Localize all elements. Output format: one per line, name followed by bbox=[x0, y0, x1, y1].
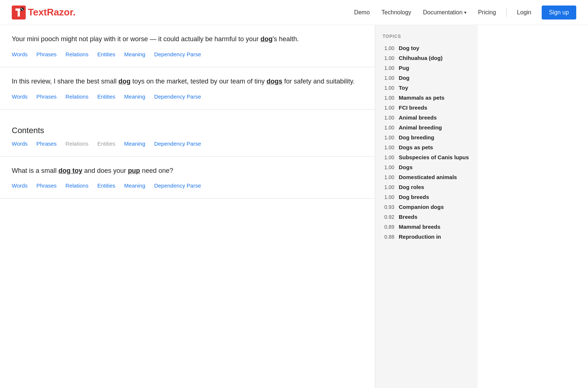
topic-row: 0.93Companion dogs bbox=[383, 204, 470, 210]
topic-name: Companion dogs bbox=[399, 204, 444, 210]
tab-3-relations[interactable]: Relations bbox=[65, 140, 89, 147]
topic-name: Pug bbox=[399, 65, 409, 71]
nav-pricing[interactable]: Pricing bbox=[474, 6, 501, 19]
tab-4-dependency[interactable]: Dependency Parse bbox=[154, 182, 201, 189]
nav-divider bbox=[506, 8, 507, 17]
topic-row: 1.00Dogs bbox=[383, 164, 470, 170]
topic-row: 1.00FCI breeds bbox=[383, 104, 470, 111]
nav-technology[interactable]: Technology bbox=[377, 6, 416, 19]
topic-name: Chihuahua (dog) bbox=[399, 55, 442, 61]
topic-score: 1.00 bbox=[383, 125, 394, 131]
tab-2-words[interactable]: Words bbox=[12, 93, 28, 100]
topic-row: 1.00Chihuahua (dog) bbox=[383, 55, 470, 61]
sentence-block-2: In this review, I share the best small d… bbox=[0, 67, 375, 110]
topic-score: 0.89 bbox=[383, 224, 394, 230]
logo-text: TextRazor. bbox=[28, 7, 76, 18]
tab-4-phrases[interactable]: Phrases bbox=[36, 182, 57, 189]
tab-1-meaning[interactable]: Meaning bbox=[124, 50, 146, 58]
topic-row: 1.00Dog bbox=[383, 75, 470, 81]
topic-name: Animal breeds bbox=[399, 114, 437, 121]
tab-4-meaning[interactable]: Meaning bbox=[124, 182, 146, 189]
topic-name: Dog breeding bbox=[399, 134, 434, 140]
topic-score: 1.00 bbox=[383, 65, 394, 71]
topic-score: 1.00 bbox=[383, 85, 394, 91]
tab-3-meaning[interactable]: Meaning bbox=[124, 140, 146, 147]
topic-name: Dog roles bbox=[399, 184, 424, 190]
tab-3-entities[interactable]: Entities bbox=[97, 140, 115, 147]
sidebar-title: TOPICS bbox=[383, 34, 470, 39]
tab-4-words[interactable]: Words bbox=[12, 182, 28, 189]
topic-row: 1.00Dog toy bbox=[383, 45, 470, 51]
contents-heading: Contents bbox=[12, 118, 363, 140]
sentence-1-prefix: Your mini pooch might not play with it o… bbox=[12, 35, 261, 43]
nav-signup[interactable]: Sign up bbox=[542, 6, 576, 19]
tab-1-phrases[interactable]: Phrases bbox=[36, 50, 57, 58]
tab-bar-3: Words Phrases Relations Entities Meaning… bbox=[12, 140, 363, 150]
topic-name: Subspecies of Canis lupus bbox=[399, 154, 469, 160]
tab-2-dependency[interactable]: Dependency Parse bbox=[154, 93, 201, 100]
topics-list: 1.00Dog toy1.00Chihuahua (dog)1.00Pug1.0… bbox=[383, 45, 470, 240]
header: TextRazor. Demo Technology Documentation… bbox=[0, 0, 588, 25]
topic-row: 1.00Dog breeds bbox=[383, 194, 470, 200]
topic-score: 1.00 bbox=[383, 135, 394, 140]
tab-2-relations[interactable]: Relations bbox=[65, 93, 89, 100]
nav-demo[interactable]: Demo bbox=[349, 6, 374, 19]
tab-2-phrases[interactable]: Phrases bbox=[36, 93, 57, 100]
topic-score: 1.00 bbox=[383, 145, 394, 150]
tab-4-relations[interactable]: Relations bbox=[65, 182, 89, 189]
topic-name: Reproduction in bbox=[399, 234, 441, 240]
topic-row: 1.00Subspecies of Canis lupus bbox=[383, 154, 470, 160]
sentence-1-dog: dog bbox=[261, 35, 273, 43]
topic-name: Dog breeds bbox=[399, 194, 429, 200]
topic-score: 1.00 bbox=[383, 194, 394, 200]
tab-3-words[interactable]: Words bbox=[12, 140, 28, 147]
topic-row: 1.00Animal breeds bbox=[383, 114, 470, 121]
tab-1-relations[interactable]: Relations bbox=[65, 50, 89, 58]
topic-name: Mammal breeds bbox=[399, 224, 440, 230]
topic-score: 1.00 bbox=[383, 95, 394, 101]
s4-prefix: What is a small bbox=[12, 167, 58, 174]
topic-row: 1.00Dog roles bbox=[383, 184, 470, 190]
logo[interactable]: TextRazor. bbox=[12, 6, 76, 19]
topic-name: Dogs as pets bbox=[399, 144, 433, 150]
tab-3-phrases[interactable]: Phrases bbox=[36, 140, 57, 147]
content-area: Your mini pooch might not play with it o… bbox=[0, 25, 375, 388]
s2-prefix: In this review, I share the best small bbox=[12, 78, 118, 85]
tab-bar-4: Words Phrases Relations Entities Meaning… bbox=[12, 182, 363, 192]
sentence-block-3: Contents Words Phrases Relations Entitie… bbox=[0, 110, 375, 157]
topic-score: 1.00 bbox=[383, 115, 394, 121]
sentence-text-1: Your mini pooch might not play with it o… bbox=[12, 34, 363, 45]
s4-pup: pup bbox=[128, 167, 140, 174]
topic-row: 0.89Mammal breeds bbox=[383, 224, 470, 230]
topic-score: 1.00 bbox=[383, 164, 394, 170]
tab-1-entities[interactable]: Entities bbox=[97, 50, 115, 58]
tab-4-entities[interactable]: Entities bbox=[97, 182, 115, 189]
sentence-block-4: What is a small dog toy and does your pu… bbox=[0, 157, 375, 199]
logo-icon bbox=[12, 6, 26, 19]
s2-suffix: for safety and suitability. bbox=[282, 78, 355, 85]
tab-2-entities[interactable]: Entities bbox=[97, 93, 115, 100]
topic-score: 1.00 bbox=[383, 55, 394, 61]
s4-suffix: need one? bbox=[140, 167, 173, 174]
main-nav: Demo Technology Documentation Pricing Lo… bbox=[349, 6, 576, 19]
topic-name: FCI breeds bbox=[399, 104, 427, 111]
topic-row: 1.00Animal breeding bbox=[383, 124, 470, 131]
sentence-1-suffix: 's health. bbox=[273, 35, 299, 43]
tab-3-dependency[interactable]: Dependency Parse bbox=[154, 140, 201, 147]
topic-row: 1.00Dogs as pets bbox=[383, 144, 470, 150]
tab-bar-2: Words Phrases Relations Entities Meaning… bbox=[12, 93, 363, 103]
s4-dogtoy: dog toy bbox=[58, 167, 82, 174]
nav-login[interactable]: Login bbox=[513, 6, 536, 19]
topic-row: 1.00Toy bbox=[383, 85, 470, 91]
tab-2-meaning[interactable]: Meaning bbox=[124, 93, 146, 100]
topic-name: Dogs bbox=[399, 164, 413, 170]
topic-name: Animal breeding bbox=[399, 124, 442, 131]
topic-score: 1.00 bbox=[383, 45, 394, 51]
sentence-text-4: What is a small dog toy and does your pu… bbox=[12, 165, 363, 176]
tab-1-words[interactable]: Words bbox=[12, 50, 28, 58]
tab-1-dependency[interactable]: Dependency Parse bbox=[154, 50, 201, 58]
s2-mid: toys on the market, tested by our team o… bbox=[130, 78, 266, 85]
nav-documentation[interactable]: Documentation bbox=[419, 6, 471, 19]
tab-bar-1: Words Phrases Relations Entities Meaning… bbox=[12, 50, 363, 61]
topic-row: 0.92Breeds bbox=[383, 214, 470, 220]
